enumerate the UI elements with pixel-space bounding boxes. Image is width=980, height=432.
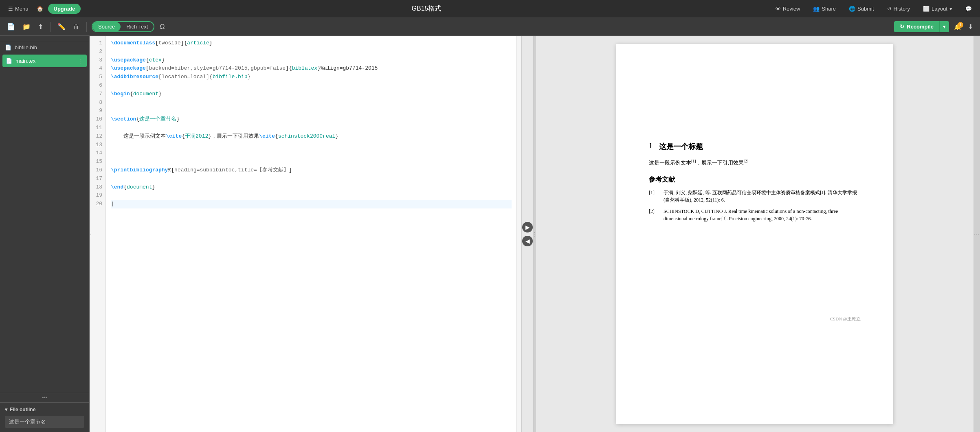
outline-item[interactable]: 这是一个章节名 [5,416,84,428]
pdf-ref-1-text: 于满, 刘义, 柴跃廷, 等. 互联网药品可信交易环境中主体资质审核备案模式[J… [664,189,861,204]
pdf-panel: 1 这是一个标题 这是一段示例文本[1]，展示一下引用效果[2] 参考文献 [1… [536,36,980,432]
navbar-right: 👁 Review 👥 Share 🌐 Submit ↺ History ⬜ La… [772,4,975,13]
toolbar: 📄 📁 ⬆ ✏️ 🗑 Source Rich Text Ω ↻ Recompil… [0,18,980,36]
notification-badge: 1 [958,22,963,28]
pdf-ref-2-num: [2] [649,208,660,222]
toolbar-divider2 [86,22,87,32]
submit-label: Submit [857,6,874,12]
pdf-ref-1-num: [1] [649,189,660,204]
share-label: Share [822,6,836,12]
upgrade-button[interactable]: Upgrade [48,4,81,14]
toolbar-divider [50,22,51,32]
dots-icon: ⋮ [89,232,93,236]
source-rich-toggle: Source Rich Text [92,21,154,32]
toolbar-left: 📄 📁 ⬆ ✏️ 🗑 Source Rich Text Ω [5,21,167,32]
sidebar-file-bibfile[interactable]: 📄 bibfile.bib [0,41,89,54]
pdf-body-text: 这是一段示例文本 [649,160,691,166]
sidebar-file-maintex[interactable]: 📄 main.tex ⋮ [2,55,87,67]
home-icon: 🏠 [37,6,43,12]
navbar: ☰ Menu 🏠 Upgrade GB15格式 👁 Review 👥 Share… [0,0,980,18]
arrow-left-button[interactable]: ◀ [522,236,533,246]
pdf-preview[interactable]: 1 这是一个标题 这是一段示例文本[1]，展示一下引用效果[2] 参考文献 [1… [536,36,973,432]
file-icon: 📄 [5,44,11,50]
right-panel-dots[interactable]: ⋮ [973,36,980,432]
file-outline-header[interactable]: ▾ File outline [5,407,84,412]
pdf-cite2: [2] [744,159,749,163]
pdf-top-spacer [649,68,861,142]
arrow-right-button[interactable]: ▶ [522,222,533,232]
notification-button[interactable]: 🔔 1 [951,22,963,32]
pdf-ref-2-text: SCHINSTOCK D, CUTTINO J. Real time kinem… [664,208,861,222]
delete-button[interactable]: 🗑 [71,22,81,32]
layout-icon: ⬜ [923,6,929,12]
history-button[interactable]: ↺ History [884,4,913,13]
edit-button[interactable]: ✏️ [55,22,68,32]
app-title: GB15格式 [84,4,769,13]
sidebar-spacer [0,68,89,393]
review-label: Review [783,6,800,12]
collapse-icon: ••• [42,395,47,401]
editor-scrollbar[interactable] [516,36,521,432]
new-folder-button[interactable]: 📁 [20,22,33,32]
chevron-down-icon: ▾ [5,407,7,412]
navbar-left: ☰ Menu 🏠 Upgrade [5,4,81,14]
recompile-label: Recompile [907,24,934,30]
toolbar-right: ↻ Recompile ▾ 🔔 1 ⬇ [894,21,975,32]
file-outline-section: ▾ File outline 这是一个章节名 [0,402,89,432]
review-button[interactable]: 👁 Review [772,4,804,13]
pdf-references-title: 参考文献 [649,175,861,184]
editor-preview-area: 1234567891011121314151617181920 \documen… [90,36,980,432]
pdf-body: 这是一段示例文本[1]，展示一下引用效果[2] [649,158,861,167]
filename: bibfile.bib [15,44,37,50]
pdf-spacer [649,226,861,308]
chevron-down-icon: ▾ [949,6,952,12]
sidebar: 📄 bibfile.bib 📄 main.tex ⋮ ••• ▾ File ou… [0,36,90,432]
sidebar-resize-handle[interactable]: ⋮ [89,232,92,236]
main-area: 📄 bibfile.bib 📄 main.tex ⋮ ••• ▾ File ou… [0,36,980,432]
layout-button[interactable]: ⬜ Layout ▾ [920,4,956,13]
pdf-ref-1: [1] 于满, 刘义, 柴跃廷, 等. 互联网药品可信交易环境中主体资质审核备案… [649,189,861,204]
history-icon: ↺ [887,6,892,12]
source-toggle-button[interactable]: Source [92,22,121,31]
filename: main.tex [15,58,35,64]
home-button[interactable]: 🏠 [33,4,46,13]
submit-button[interactable]: 🌐 Submit [846,4,877,13]
share-button[interactable]: 👥 Share [810,4,839,13]
menu-label: Menu [15,6,29,12]
rich-text-toggle-button[interactable]: Rich Text [121,22,154,31]
pdf-cite1: [1] [691,159,696,163]
pdf-section-title: 1 这是一个标题 [649,142,861,151]
menu-icon: ☰ [8,6,13,12]
pdf-ref-2: [2] SCHINSTOCK D, CUTTINO J. Real time k… [649,208,861,222]
spell-check-button[interactable]: Ω [158,22,167,32]
pdf-section-num: 1 [649,142,653,151]
recompile-dropdown-button[interactable]: ▾ [939,21,949,32]
pdf-watermark: CSDN @王乾立 [649,316,861,322]
download-button[interactable]: ⬇ [966,22,975,32]
upload-button[interactable]: ⬆ [36,22,45,32]
review-icon: 👁 [776,6,781,12]
history-label: History [894,6,910,12]
file-more-button[interactable]: ⋮ [78,58,83,64]
arrow-buttons: ▶ ◀ [521,36,534,432]
sidebar-toolbar [0,36,89,41]
sidebar-collapse-dots[interactable]: ••• [0,393,89,402]
share-icon: 👥 [813,6,820,12]
recompile-button[interactable]: ↻ Recompile [894,21,939,32]
submit-icon: 🌐 [849,6,855,12]
recompile-group: ↻ Recompile ▾ [894,21,949,32]
editor-inner: 1234567891011121314151617181920 \documen… [90,36,534,432]
code-editor[interactable]: \documentclass[twoside]{article} \usepac… [106,36,516,432]
chat-button[interactable]: 💬 [962,4,975,13]
chat-icon: 💬 [965,6,972,12]
file-icon: 📄 [6,58,12,64]
recompile-icon: ↻ [900,24,904,30]
file-outline-label: File outline [10,407,35,412]
editor-panel: 1234567891011121314151617181920 \documen… [90,36,534,432]
pdf-section-heading: 这是一个标题 [659,142,703,151]
new-file-button[interactable]: 📄 [5,22,17,32]
layout-label: Layout [932,6,947,12]
menu-button[interactable]: ☰ Menu [5,4,32,13]
right-dots-icon: ⋮ [974,232,980,237]
pdf-page: 1 这是一个标题 这是一段示例文本[1]，展示一下引用效果[2] 参考文献 [1… [616,44,893,424]
